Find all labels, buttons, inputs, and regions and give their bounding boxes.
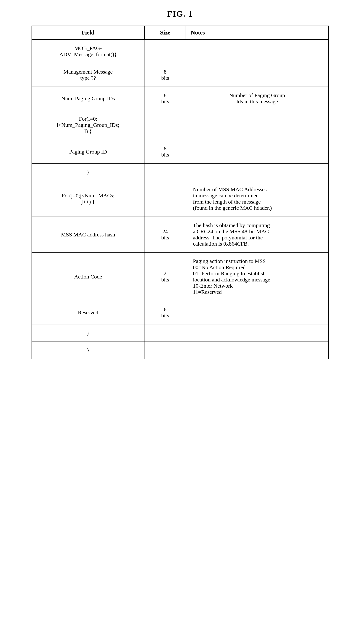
cell-field-6: For(j=0;j<Num_MACs;j++) { bbox=[32, 181, 144, 217]
table-row: For(j=0;j<Num_MACs;j++) {Number of MSS M… bbox=[32, 181, 328, 217]
cell-field-5: } bbox=[32, 164, 144, 181]
cell-notes-1 bbox=[186, 63, 328, 87]
main-table-container: Field Size Notes MOB_PAG-ADV_Message_for… bbox=[32, 26, 329, 359]
page-title: FIG. 1 bbox=[167, 9, 193, 19]
cell-size-9: 6bits bbox=[144, 301, 186, 324]
table-header-row: Field Size Notes bbox=[32, 26, 328, 40]
cell-size-7: 24bits bbox=[144, 217, 186, 253]
table-row: MSS MAC address hash24bitsThe hash is ob… bbox=[32, 217, 328, 253]
cell-notes-11 bbox=[186, 342, 328, 359]
table-row: } bbox=[32, 342, 328, 359]
cell-notes-4 bbox=[186, 140, 328, 164]
cell-notes-6: Number of MSS MAC Addressesin message ca… bbox=[186, 181, 328, 217]
cell-field-10: } bbox=[32, 324, 144, 342]
cell-notes-8: Paging action instruction to MSS00=No Ac… bbox=[186, 253, 328, 301]
cell-field-0: MOB_PAG-ADV_Message_format(){ bbox=[32, 40, 144, 63]
cell-size-10 bbox=[144, 324, 186, 342]
cell-size-0 bbox=[144, 40, 186, 63]
cell-notes-10 bbox=[186, 324, 328, 342]
cell-size-8: 2bits bbox=[144, 253, 186, 301]
cell-field-4: Paging Group ID bbox=[32, 140, 144, 164]
cell-size-1: 8bits bbox=[144, 63, 186, 87]
cell-field-9: Reserved bbox=[32, 301, 144, 324]
cell-notes-9 bbox=[186, 301, 328, 324]
cell-size-2: 8bits bbox=[144, 87, 186, 110]
header-size: Size bbox=[144, 26, 186, 40]
cell-field-1: Management Messagetype ?? bbox=[32, 63, 144, 87]
cell-field-8: Action Code bbox=[32, 253, 144, 301]
table-row: Action Code2bitsPaging action instructio… bbox=[32, 253, 328, 301]
data-table: Field Size Notes MOB_PAG-ADV_Message_for… bbox=[32, 26, 329, 359]
cell-notes-0 bbox=[186, 40, 328, 63]
cell-field-11: } bbox=[32, 342, 144, 359]
cell-field-3: For(i=0;i<Num_Paging_Group_IDs;I) { bbox=[32, 110, 144, 140]
table-row: } bbox=[32, 164, 328, 181]
table-row: Management Messagetype ??8bits bbox=[32, 63, 328, 87]
table-row: For(i=0;i<Num_Paging_Group_IDs;I) { bbox=[32, 110, 328, 140]
table-row: Num_Paging Group IDs8bitsNumber of Pagin… bbox=[32, 87, 328, 110]
cell-notes-7: The hash is obtained by computinga CRC24… bbox=[186, 217, 328, 253]
table-row: Paging Group ID8bits bbox=[32, 140, 328, 164]
cell-size-3 bbox=[144, 110, 186, 140]
cell-field-7: MSS MAC address hash bbox=[32, 217, 144, 253]
table-row: } bbox=[32, 324, 328, 342]
cell-notes-2: Number of Paging GroupIds in this messag… bbox=[186, 87, 328, 110]
cell-notes-5 bbox=[186, 164, 328, 181]
table-row: Reserved6bits bbox=[32, 301, 328, 324]
header-notes: Notes bbox=[186, 26, 328, 40]
table-row: MOB_PAG-ADV_Message_format(){ bbox=[32, 40, 328, 63]
cell-size-6 bbox=[144, 181, 186, 217]
cell-size-11 bbox=[144, 342, 186, 359]
header-field: Field bbox=[32, 26, 144, 40]
cell-size-5 bbox=[144, 164, 186, 181]
cell-notes-3 bbox=[186, 110, 328, 140]
cell-field-2: Num_Paging Group IDs bbox=[32, 87, 144, 110]
cell-size-4: 8bits bbox=[144, 140, 186, 164]
